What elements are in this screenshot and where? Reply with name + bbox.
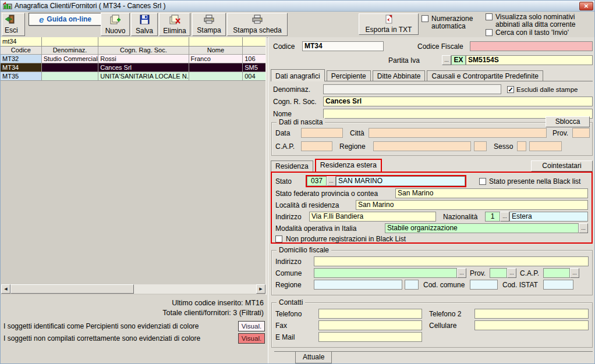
tab-dati-anagrafici[interactable]: Dati anagrafici — [271, 69, 325, 81]
codice-fiscale-field[interactable] — [470, 41, 593, 51]
visualizza-checkbox[interactable]: Visualizza solo nominativi abbinati alla… — [486, 13, 594, 28]
email-field[interactable] — [318, 332, 422, 342]
stato-lookup-button[interactable]: ... — [327, 176, 336, 186]
nazionalita-field[interactable]: Estera — [509, 212, 588, 222]
esci-button[interactable]: Esci — [2, 13, 25, 36]
app-icon — [3, 1, 12, 11]
comune-label: Comune — [275, 269, 314, 277]
localita-row: Località di residenza San Marino — [275, 200, 588, 210]
prov-field[interactable] — [572, 128, 590, 138]
column-header-cogn[interactable]: Cogn. Rag. Soc. — [98, 47, 189, 55]
nascita-row-1: Data Città Prov. — [275, 128, 590, 138]
stampa-button[interactable]: Stampa — [192, 13, 226, 36]
tab-ditte-abbinate[interactable]: Ditte Abbinate — [373, 70, 426, 81]
scroll-left-button[interactable]: ◀ — [1, 284, 10, 294]
column-header-extra[interactable] — [243, 47, 265, 55]
partita-iva-field[interactable]: SM5154S — [466, 55, 593, 65]
scrollbar-track[interactable] — [134, 284, 256, 294]
regione-field[interactable] — [373, 141, 471, 151]
modalita-lookup-button[interactable]: ... — [579, 223, 588, 233]
scroll-right-icon: ▶ — [259, 287, 262, 291]
sesso-code-field[interactable] — [517, 141, 526, 151]
filter-input[interactable] — [98, 37, 189, 47]
toolbar: Esci e Guida on-line Nuovo Salva Elimina… — [1, 12, 595, 38]
table-row[interactable]: MT35 UNITA'SANITARIA LOCALE N. 1 004 — [1, 72, 265, 81]
escludi-checkbox[interactable]: ✓ — [507, 86, 514, 93]
table-row[interactable]: MT32 Studio Commerciale Rossi Franco 106 — [1, 55, 265, 63]
piva-ex-badge: EX — [451, 55, 466, 65]
cointestatari-button[interactable]: Cointestatari — [531, 160, 593, 172]
table-row-selected[interactable]: MT34 Cances Srl SM5 — [1, 63, 265, 72]
stato-field[interactable]: SAN MARINO — [336, 176, 465, 186]
blacklist-checkbox[interactable] — [479, 178, 486, 185]
elimina-button[interactable]: Elimina — [159, 13, 190, 36]
close-button[interactable]: ✕ — [579, 2, 593, 10]
modalita-field[interactable]: Stabile organizzazione — [385, 223, 579, 233]
citta-field[interactable] — [369, 128, 547, 138]
cod-istat-field[interactable] — [543, 280, 573, 290]
nazionalita-code-field[interactable]: 1 — [485, 212, 500, 222]
visual-errati-badge[interactable]: Visual. — [238, 333, 265, 344]
cogn-field[interactable]: Cances Srl — [323, 97, 593, 106]
cell-nome — [189, 72, 243, 81]
column-header-denominaz[interactable]: Denominaz. — [42, 47, 99, 55]
sesso-field[interactable] — [529, 141, 562, 151]
tab-causali[interactable]: Causali e Contropartite Predefinite — [427, 70, 543, 81]
exit-door-icon — [5, 15, 15, 26]
tab-residenza-estera[interactable]: Residenza estera — [315, 159, 382, 172]
filter-input[interactable] — [243, 37, 265, 47]
column-header-codice[interactable]: Codice — [1, 47, 42, 55]
horizontal-scrollbar[interactable]: ◀ ▶ — [1, 284, 265, 294]
cap-field[interactable] — [301, 141, 332, 151]
stato-code-field[interactable]: 037 — [307, 176, 327, 186]
telefono2-field[interactable] — [474, 309, 589, 319]
dom-prov-field[interactable] — [490, 268, 507, 278]
tab-attuale[interactable]: Attuale — [295, 352, 332, 363]
denominaz-field[interactable] — [323, 84, 501, 94]
stato-federato-field[interactable]: San Marino — [395, 188, 588, 198]
numerazione-checkbox[interactable]: Numerazione automatica — [422, 15, 480, 30]
prov-lookup-button[interactable]: ... — [507, 268, 516, 278]
comune-lookup-button[interactable]: ... — [457, 268, 466, 278]
nazionalita-lookup-button[interactable]: ... — [500, 212, 509, 222]
esporta-txt-button[interactable]: Esporta in TXT — [359, 13, 419, 35]
cellulare-field[interactable] — [474, 320, 589, 330]
cod-comune-field[interactable] — [470, 280, 498, 290]
localita-field[interactable]: San Marino — [356, 200, 588, 210]
regione-code-field[interactable] — [474, 141, 487, 151]
filter-input[interactable] — [189, 37, 243, 47]
data-nascita-field[interactable] — [301, 128, 343, 138]
partita-iva-label: Partita Iva — [388, 56, 442, 65]
salva-button[interactable]: Salva — [131, 13, 158, 36]
stampa-scheda-button[interactable]: Stampa scheda — [227, 13, 288, 36]
tab-percipiente[interactable]: Percipiente — [327, 70, 371, 81]
dom-cap-field[interactable] — [543, 268, 570, 278]
visual-percipienti-badge[interactable]: Visual. — [238, 321, 265, 331]
filter-input[interactable]: mt34 — [1, 37, 42, 47]
dom-regione-field[interactable] — [314, 280, 402, 290]
guida-online-button[interactable]: e Guida on-line — [29, 13, 102, 26]
citta-label: Città — [350, 129, 369, 137]
scrollbar-thumb[interactable] — [10, 284, 134, 294]
main-tabbar: Dati anagrafici Percipiente Ditte Abbina… — [271, 69, 593, 81]
non-produrre-checkbox[interactable] — [275, 235, 282, 242]
column-header-nome[interactable]: Nome — [189, 47, 243, 55]
scroll-right-button[interactable]: ▶ — [256, 284, 265, 294]
email-row: E Mail — [275, 332, 589, 342]
sblocca-button[interactable]: Sblocca — [546, 116, 590, 127]
filter-input[interactable] — [42, 37, 99, 47]
export-txt-icon — [384, 15, 394, 26]
nuovo-button[interactable]: Nuovo — [101, 13, 130, 36]
codice-field[interactable]: MT34 — [302, 41, 384, 51]
telefono-field[interactable] — [318, 309, 422, 319]
fax-field[interactable] — [318, 320, 422, 330]
cell-extra: 004 — [243, 72, 265, 81]
tab-residenza[interactable]: Residenza — [271, 160, 313, 172]
partita-iva-lookup-button[interactable]: ... — [442, 55, 451, 65]
dom-indirizzo-field[interactable] — [314, 256, 589, 266]
dom-regione-code-field[interactable] — [405, 280, 419, 290]
indirizzo-estero-field[interactable]: Via F.lli Bandiera — [309, 212, 436, 222]
cerca-invio-checkbox[interactable]: Cerca con il tasto 'Invio' — [486, 29, 594, 37]
cap-lookup-button[interactable]: ... — [570, 268, 579, 278]
comune-field[interactable] — [314, 268, 457, 278]
